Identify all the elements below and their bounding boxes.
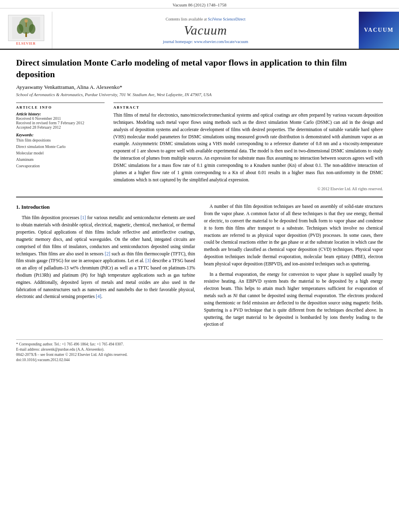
- elsevier-logo-image: [8, 15, 44, 41]
- svg-point-4: [29, 24, 35, 34]
- footnotes-section: * Corresponding author. Tel.: +1 765 496…: [16, 339, 383, 362]
- journal-name-display: Vacuum: [184, 23, 227, 38]
- abstract-body: Thin films of metal for electronics, nan…: [113, 112, 383, 183]
- intro-paragraph-3: In a thermal evaporation, the energy for…: [204, 271, 383, 329]
- body-right-column: A number of thin film deposition techniq…: [204, 203, 383, 331]
- affiliation-line: School of Aeronautics & Astronautics, Pu…: [16, 92, 383, 97]
- sciverse-link[interactable]: SciVerse ScienceDirect: [208, 17, 246, 21]
- intro-paragraph-2: A number of thin film deposition techniq…: [204, 203, 383, 267]
- keyword-2: Direct simulation Monte Carlo: [16, 144, 105, 150]
- keyword-1: Thin film depositions: [16, 137, 105, 144]
- revised-date: Received in revised form 7 February 2012: [16, 121, 105, 125]
- article-info-abstract-section: ARTICLE INFO Article history: Received 6…: [16, 103, 383, 191]
- intro-heading: 1. Introduction: [16, 203, 195, 211]
- journal-ref-text: Vacuum 86 (2012) 1748–1758: [173, 2, 226, 7]
- keyword-3: Molecular model: [16, 150, 105, 156]
- journal-center-header: Contents lists available at SciVerse Sci…: [52, 12, 359, 49]
- abstract-box: ABSTRACT Thin films of metal for electro…: [113, 103, 383, 191]
- body-content-columns: 1. Introduction Thin film deposition pro…: [16, 203, 383, 331]
- sciverse-link-text: SciVerse ScienceDirect: [208, 17, 246, 21]
- abstract-column: ABSTRACT Thin films of metal for electro…: [113, 103, 383, 191]
- journal-header: ELSEVIER Contents lists available at Sci…: [0, 8, 399, 50]
- article-title: Direct simulation Monte Carlo modeling o…: [16, 57, 383, 80]
- elsevier-logo-box: ELSEVIER: [0, 12, 52, 49]
- body-left-column: 1. Introduction Thin film deposition pro…: [16, 203, 195, 331]
- vacuum-logo-title: VACUUM: [364, 27, 394, 33]
- authors-line: Ayyaswamy Venkattraman, Alina A. Alexeen…: [16, 84, 383, 90]
- homepage-text: journal homepage: www.elsevier.com/locat…: [163, 39, 248, 44]
- keywords-label: Keywords:: [16, 133, 105, 137]
- keywords-block: Keywords: Thin film depositions Direct s…: [16, 133, 105, 169]
- abstract-label: ABSTRACT: [113, 105, 383, 109]
- article-history-block: Article history: Received 6 November 201…: [16, 112, 105, 129]
- svg-point-5: [25, 19, 28, 23]
- keywords-list: Thin film depositions Direct simulation …: [16, 137, 105, 169]
- elsevier-tree-svg: [12, 17, 40, 39]
- footnote-issn: 0042-207X/$ – see front matter © 2012 El…: [16, 353, 383, 357]
- email-note: E-mail address: alexeenk@purdue.edu (A.A…: [16, 347, 104, 351]
- accepted-date: Accepted 28 February 2012: [16, 125, 105, 129]
- ref-2: [2]: [105, 251, 110, 256]
- article-info-box: ARTICLE INFO Article history: Received 6…: [16, 103, 105, 169]
- corresponding-author-note: * Corresponding author. Tel.: +1 765 496…: [16, 342, 124, 346]
- copyright-notice: © 2012 Elsevier Ltd. All rights reserved…: [113, 187, 383, 191]
- vacuum-logo-sidebar: VACUUM: [359, 12, 399, 49]
- issn-line: 0042-207X/$ – see front matter © 2012 El…: [16, 353, 128, 357]
- journal-homepage-url: journal homepage: www.elsevier.com/locat…: [163, 39, 248, 44]
- svg-point-3: [17, 24, 23, 34]
- section-title: Introduction: [21, 204, 50, 210]
- ref-1: [1]: [80, 215, 86, 220]
- sciverse-available-text: Contents lists available at SciVerse Sci…: [166, 17, 246, 21]
- intro-paragraph-1: Thin film deposition processes [1] for v…: [16, 214, 195, 300]
- author-names: Ayyaswamy Venkattraman, Alina A. Alexeen…: [16, 84, 122, 90]
- elsevier-brand-text: ELSEVIER: [16, 42, 35, 45]
- keyword-4: Aluminum: [16, 156, 105, 163]
- footnote-email: E-mail address: alexeenk@purdue.edu (A.A…: [16, 347, 383, 351]
- doi-line: doi:10.1016/j.vacuum.2012.02.044: [16, 358, 70, 362]
- ref-4: [4]: [96, 294, 101, 299]
- article-info-label: ARTICLE INFO: [16, 105, 105, 109]
- received-date: Received 6 November 2011: [16, 116, 105, 121]
- ref-3: [3]: [146, 258, 151, 263]
- keyword-5: Coevaporation: [16, 163, 105, 169]
- footnote-doi: doi:10.1016/j.vacuum.2012.02.044: [16, 358, 383, 362]
- contents-available-label: Contents lists available at: [166, 17, 207, 21]
- main-content-area: Direct simulation Monte Carlo modeling o…: [0, 50, 399, 371]
- article-history-label: Article history:: [16, 112, 105, 116]
- footnote-corresponding: * Corresponding author. Tel.: +1 765 496…: [16, 342, 383, 346]
- section-number: 1.: [16, 204, 21, 210]
- article-info-column: ARTICLE INFO Article history: Received 6…: [16, 103, 105, 191]
- journal-reference-bar: Vacuum 86 (2012) 1748–1758: [0, 0, 399, 8]
- main-divider: [16, 197, 383, 197]
